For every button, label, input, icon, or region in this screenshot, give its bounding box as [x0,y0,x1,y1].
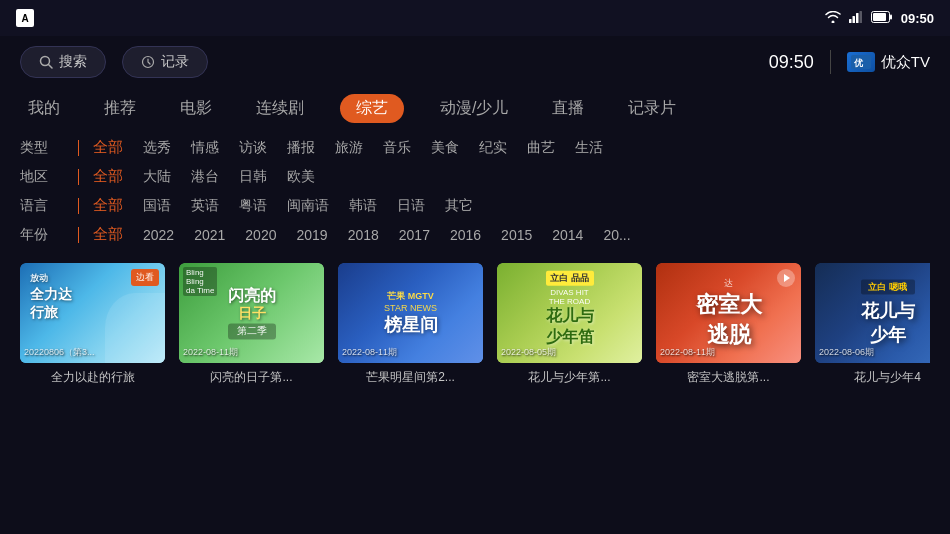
filter-row-year: 年份 全部 2022 2021 2020 2019 2018 2017 2016… [20,220,930,249]
filter-type-music[interactable]: 音乐 [383,139,411,157]
record-label: 记录 [161,53,189,71]
card-1-date: 20220806（第3... [24,346,95,359]
filter-panel: 类型 全部 选秀 情感 访谈 播报 旅游 音乐 美食 纪实 曲艺 生活 地区 全… [0,129,950,253]
search-label: 搜索 [59,53,87,71]
filter-lang-japanese[interactable]: 日语 [397,197,425,215]
nav-item-variety[interactable]: 综艺 [340,94,404,123]
filter-type-news[interactable]: 播报 [287,139,315,157]
search-bar: 搜索 记录 09:50 优 优众TV [0,36,950,88]
signal-icon [849,11,863,26]
card-2[interactable]: 闪亮的 日子 第二季 BlingBlingda Time 2022-08-11期… [179,263,324,386]
filter-region-label: 地区 [20,168,64,186]
filter-type-talk[interactable]: 访谈 [239,139,267,157]
card-2-date: 2022-08-11期 [183,346,238,359]
svg-text:优: 优 [853,58,864,68]
filter-type-real[interactable]: 纪实 [479,139,507,157]
brand-name: 优众TV [881,53,930,72]
filter-year-2014[interactable]: 2014 [552,227,583,243]
card-1[interactable]: 放动 全力达 行旅 边看 20220806（第3... 全力以赴的行旅 [20,263,165,386]
brand-logo: 优 优众TV [847,52,930,72]
card-3[interactable]: 芒果 MGTV STAR NEWS 榜星间 2022-08-11期 芒果明星间第… [338,263,483,386]
card-5-title: 密室大逃脱第... [656,369,801,386]
nav-item-documentary[interactable]: 记录片 [620,94,684,123]
content-area: 放动 全力达 行旅 边看 20220806（第3... 全力以赴的行旅 闪亮的 [0,253,950,386]
nav-item-movie[interactable]: 电影 [172,94,220,123]
filter-year-2016[interactable]: 2016 [450,227,481,243]
filter-lang-label: 语言 [20,197,64,215]
card-3-thumb: 芒果 MGTV STAR NEWS 榜星间 2022-08-11期 [338,263,483,363]
card-3-title: 芒果明星间第2... [338,369,483,386]
nav-item-series[interactable]: 连续剧 [248,94,312,123]
card-4-title: 花儿与少年第... [497,369,642,386]
card-4-thumb: 立白 品品 DIVAS HITTHE ROAD 花儿与 少年笛 2022-08-… [497,263,642,363]
filter-row-region: 地区 全部 大陆 港台 日韩 欧美 [20,162,930,191]
card-5[interactable]: 达 密室大 逃脱 2022-08-11期 密室大逃脱第... [656,263,801,386]
svg-line-8 [49,65,53,69]
svg-rect-2 [856,13,859,23]
svg-rect-1 [852,16,855,23]
card-1-badge: 边看 [131,269,159,286]
filter-year-2022[interactable]: 2022 [143,227,174,243]
header-time: 09:50 [769,52,814,73]
logo-icon: 优 [847,52,875,72]
filter-type-food[interactable]: 美食 [431,139,459,157]
filter-lang-cantonese[interactable]: 粤语 [239,197,267,215]
svg-rect-0 [849,19,852,23]
filter-region-sep [78,169,79,185]
filter-row-type: 类型 全部 选秀 情感 访谈 播报 旅游 音乐 美食 纪实 曲艺 生活 [20,133,930,162]
filter-type-all[interactable]: 全部 [93,138,123,157]
main-nav: 我的 推荐 电影 连续剧 综艺 动漫/少儿 直播 记录片 [0,88,950,129]
card-5-thumb: 达 密室大 逃脱 2022-08-11期 [656,263,801,363]
android-icon: A [16,9,34,27]
filter-year-2015[interactable]: 2015 [501,227,532,243]
filter-type-art[interactable]: 曲艺 [527,139,555,157]
filter-lang-all[interactable]: 全部 [93,196,123,215]
header-right: 09:50 优 优众TV [769,50,930,74]
filter-region-japan-korea[interactable]: 日韩 [239,168,267,186]
search-button[interactable]: 搜索 [20,46,106,78]
nav-item-live[interactable]: 直播 [544,94,592,123]
card-6-date: 2022-08-06期 [819,346,874,359]
filter-lang-hokkien[interactable]: 闽南语 [287,197,329,215]
battery-icon [871,11,893,26]
filter-year-all[interactable]: 全部 [93,225,123,244]
filter-region-west[interactable]: 欧美 [287,168,315,186]
card-6[interactable]: 立白 嗯哦 花儿与 少年 2022-08-06期 花儿与少年4 [815,263,930,386]
filter-lang-mandarin[interactable]: 国语 [143,197,171,215]
svg-rect-5 [873,13,886,21]
record-button[interactable]: 记录 [122,46,208,78]
filter-type-talent[interactable]: 选秀 [143,139,171,157]
filter-lang-sep [78,198,79,214]
nav-item-recommend[interactable]: 推荐 [96,94,144,123]
filter-lang-other[interactable]: 其它 [445,197,473,215]
filter-type-label: 类型 [20,139,64,157]
card-2-thumb: 闪亮的 日子 第二季 BlingBlingda Time 2022-08-11期 [179,263,324,363]
card-1-thumb: 放动 全力达 行旅 边看 20220806（第3... [20,263,165,363]
filter-year-2020[interactable]: 2020 [245,227,276,243]
filter-year-2018[interactable]: 2018 [348,227,379,243]
card-3-date: 2022-08-11期 [342,346,397,359]
filter-type-emotion[interactable]: 情感 [191,139,219,157]
svg-rect-3 [859,11,862,23]
filter-region-hktw[interactable]: 港台 [191,168,219,186]
card-6-title: 花儿与少年4 [815,369,930,386]
filter-year-2019[interactable]: 2019 [296,227,327,243]
filter-year-label: 年份 [20,226,64,244]
nav-item-anime[interactable]: 动漫/少儿 [432,94,516,123]
status-bar-right: 09:50 [825,11,934,26]
filter-row-lang: 语言 全部 国语 英语 粤语 闽南语 韩语 日语 其它 [20,191,930,220]
card-4-date: 2022-08-05期 [501,346,556,359]
filter-region-mainland[interactable]: 大陆 [143,168,171,186]
filter-year-more[interactable]: 20... [603,227,630,243]
filter-year-2017[interactable]: 2017 [399,227,430,243]
filter-year-2021[interactable]: 2021 [194,227,225,243]
filter-lang-korean[interactable]: 韩语 [349,197,377,215]
card-2-title: 闪亮的日子第... [179,369,324,386]
svg-rect-6 [890,14,892,19]
card-4[interactable]: 立白 品品 DIVAS HITTHE ROAD 花儿与 少年笛 2022-08-… [497,263,642,386]
filter-region-all[interactable]: 全部 [93,167,123,186]
filter-type-travel[interactable]: 旅游 [335,139,363,157]
filter-lang-english[interactable]: 英语 [191,197,219,215]
filter-type-life[interactable]: 生活 [575,139,603,157]
nav-item-mine[interactable]: 我的 [20,94,68,123]
